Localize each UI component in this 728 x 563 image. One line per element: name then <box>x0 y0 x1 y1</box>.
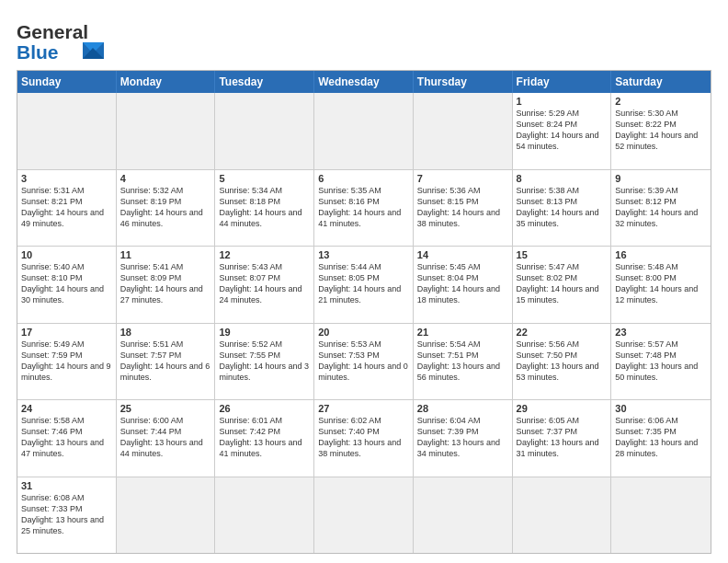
cal-cell: 18Sunrise: 5:51 AMSunset: 7:57 PMDayligh… <box>117 324 216 400</box>
day-number: 12 <box>219 249 310 260</box>
sun-info: Sunrise: 5:35 AMSunset: 8:16 PMDaylight:… <box>318 185 409 230</box>
sun-info: Sunrise: 5:58 AMSunset: 7:46 PMDaylight:… <box>21 415 112 460</box>
cal-cell: 8Sunrise: 5:38 AMSunset: 8:13 PMDaylight… <box>513 170 612 247</box>
cal-cell: 6Sunrise: 5:35 AMSunset: 8:16 PMDaylight… <box>314 170 414 247</box>
day-number: 23 <box>615 327 707 338</box>
cal-cell: 14Sunrise: 5:45 AMSunset: 8:04 PMDayligh… <box>414 247 513 323</box>
sun-info: Sunrise: 5:54 AMSunset: 7:51 PMDaylight:… <box>417 339 508 384</box>
day-number: 31 <box>21 480 112 491</box>
cal-header-friday: Friday <box>513 71 612 93</box>
calendar-header-row: SundayMondayTuesdayWednesdayThursdayFrid… <box>17 71 711 93</box>
cal-cell <box>117 477 216 554</box>
sun-info: Sunrise: 5:52 AMSunset: 7:55 PMDaylight:… <box>219 339 310 384</box>
cal-cell <box>117 93 216 169</box>
sun-info: Sunrise: 5:34 AMSunset: 8:18 PMDaylight:… <box>219 185 310 230</box>
day-number: 8 <box>517 173 608 184</box>
cal-cell <box>513 477 612 554</box>
sun-info: Sunrise: 5:29 AMSunset: 8:24 PMDaylight:… <box>517 108 608 153</box>
sun-info: Sunrise: 6:02 AMSunset: 7:40 PMDaylight:… <box>318 415 409 460</box>
cal-cell: 25Sunrise: 6:00 AMSunset: 7:44 PMDayligh… <box>117 400 216 477</box>
svg-text:Blue: Blue <box>17 41 59 63</box>
day-number: 2 <box>615 96 707 107</box>
cal-cell: 11Sunrise: 5:41 AMSunset: 8:09 PMDayligh… <box>117 247 216 323</box>
cal-cell: 31Sunrise: 6:08 AMSunset: 7:33 PMDayligh… <box>17 477 117 554</box>
cal-cell: 19Sunrise: 5:52 AMSunset: 7:55 PMDayligh… <box>215 324 314 400</box>
day-number: 15 <box>517 249 608 260</box>
day-number: 22 <box>517 327 608 338</box>
cal-header-monday: Monday <box>117 71 216 93</box>
sun-info: Sunrise: 5:40 AMSunset: 8:10 PMDaylight:… <box>21 261 112 306</box>
day-number: 10 <box>21 249 112 260</box>
cal-cell <box>314 93 414 169</box>
sun-info: Sunrise: 5:32 AMSunset: 8:19 PMDaylight:… <box>120 185 211 230</box>
cal-cell: 1Sunrise: 5:29 AMSunset: 8:24 PMDaylight… <box>513 93 612 169</box>
day-number: 1 <box>517 96 608 107</box>
day-number: 30 <box>615 403 707 414</box>
day-number: 9 <box>615 173 707 184</box>
sun-info: Sunrise: 5:41 AMSunset: 8:09 PMDaylight:… <box>120 261 211 306</box>
cal-cell <box>215 477 314 554</box>
sun-info: Sunrise: 5:39 AMSunset: 8:12 PMDaylight:… <box>615 185 707 230</box>
sun-info: Sunrise: 5:30 AMSunset: 8:22 PMDaylight:… <box>615 108 707 153</box>
calendar-body: 1Sunrise: 5:29 AMSunset: 8:24 PMDaylight… <box>17 93 711 553</box>
calendar: SundayMondayTuesdayWednesdayThursdayFrid… <box>17 70 711 554</box>
cal-cell: 9Sunrise: 5:39 AMSunset: 8:12 PMDaylight… <box>611 170 711 247</box>
header: General Blue <box>17 15 711 63</box>
cal-cell <box>414 477 513 554</box>
day-number: 13 <box>318 249 409 260</box>
cal-cell: 7Sunrise: 5:36 AMSunset: 8:15 PMDaylight… <box>414 170 513 247</box>
cal-cell: 20Sunrise: 5:53 AMSunset: 7:53 PMDayligh… <box>314 324 414 400</box>
sun-info: Sunrise: 6:08 AMSunset: 7:33 PMDaylight:… <box>21 492 112 537</box>
cal-cell <box>611 477 711 554</box>
cal-cell: 28Sunrise: 6:04 AMSunset: 7:39 PMDayligh… <box>414 400 513 477</box>
cal-cell: 21Sunrise: 5:54 AMSunset: 7:51 PMDayligh… <box>414 324 513 400</box>
sun-info: Sunrise: 6:01 AMSunset: 7:42 PMDaylight:… <box>219 415 310 460</box>
day-number: 11 <box>120 249 211 260</box>
cal-cell: 13Sunrise: 5:44 AMSunset: 8:05 PMDayligh… <box>314 247 414 323</box>
day-number: 26 <box>219 403 310 414</box>
cal-cell: 17Sunrise: 5:49 AMSunset: 7:59 PMDayligh… <box>17 324 117 400</box>
day-number: 18 <box>120 327 211 338</box>
cal-header-sunday: Sunday <box>17 71 117 93</box>
sun-info: Sunrise: 5:36 AMSunset: 8:15 PMDaylight:… <box>417 185 508 230</box>
cal-cell: 4Sunrise: 5:32 AMSunset: 8:19 PMDaylight… <box>117 170 216 247</box>
cal-cell: 15Sunrise: 5:47 AMSunset: 8:02 PMDayligh… <box>513 247 612 323</box>
cal-week-row-6: 31Sunrise: 6:08 AMSunset: 7:33 PMDayligh… <box>17 477 711 554</box>
cal-header-tuesday: Tuesday <box>215 71 314 93</box>
cal-week-row-1: 1Sunrise: 5:29 AMSunset: 8:24 PMDaylight… <box>17 93 711 169</box>
day-number: 3 <box>21 173 112 184</box>
cal-header-wednesday: Wednesday <box>314 71 414 93</box>
sun-info: Sunrise: 5:53 AMSunset: 7:53 PMDaylight:… <box>318 339 409 384</box>
day-number: 25 <box>120 403 211 414</box>
svg-text:General: General <box>17 21 88 42</box>
sun-info: Sunrise: 6:04 AMSunset: 7:39 PMDaylight:… <box>417 415 508 460</box>
cal-cell: 27Sunrise: 6:02 AMSunset: 7:40 PMDayligh… <box>314 400 414 477</box>
sun-info: Sunrise: 5:43 AMSunset: 8:07 PMDaylight:… <box>219 261 310 306</box>
day-number: 19 <box>219 327 310 338</box>
cal-cell: 22Sunrise: 5:56 AMSunset: 7:50 PMDayligh… <box>513 324 612 400</box>
day-number: 21 <box>417 327 508 338</box>
cal-week-row-2: 3Sunrise: 5:31 AMSunset: 8:21 PMDaylight… <box>17 169 711 247</box>
day-number: 6 <box>318 173 409 184</box>
day-number: 16 <box>615 249 707 260</box>
sun-info: Sunrise: 6:00 AMSunset: 7:44 PMDaylight:… <box>120 415 211 460</box>
cal-cell: 16Sunrise: 5:48 AMSunset: 8:00 PMDayligh… <box>611 247 711 323</box>
logo-svg: General Blue <box>17 15 118 63</box>
cal-cell <box>215 93 314 169</box>
day-number: 14 <box>417 249 508 260</box>
sun-info: Sunrise: 5:56 AMSunset: 7:50 PMDaylight:… <box>517 339 608 384</box>
sun-info: Sunrise: 5:49 AMSunset: 7:59 PMDaylight:… <box>21 339 112 384</box>
cal-cell <box>17 93 117 169</box>
cal-cell: 23Sunrise: 5:57 AMSunset: 7:48 PMDayligh… <box>611 324 711 400</box>
cal-cell: 26Sunrise: 6:01 AMSunset: 7:42 PMDayligh… <box>215 400 314 477</box>
sun-info: Sunrise: 5:38 AMSunset: 8:13 PMDaylight:… <box>517 185 608 230</box>
sun-info: Sunrise: 6:06 AMSunset: 7:35 PMDaylight:… <box>615 415 707 460</box>
cal-week-row-5: 24Sunrise: 5:58 AMSunset: 7:46 PMDayligh… <box>17 399 711 477</box>
sun-info: Sunrise: 5:48 AMSunset: 8:00 PMDaylight:… <box>615 261 707 306</box>
cal-cell: 29Sunrise: 6:05 AMSunset: 7:37 PMDayligh… <box>513 400 612 477</box>
sun-info: Sunrise: 5:44 AMSunset: 8:05 PMDaylight:… <box>318 261 409 306</box>
cal-week-row-4: 17Sunrise: 5:49 AMSunset: 7:59 PMDayligh… <box>17 323 711 400</box>
day-number: 29 <box>517 403 608 414</box>
day-number: 5 <box>219 173 310 184</box>
cal-cell: 10Sunrise: 5:40 AMSunset: 8:10 PMDayligh… <box>17 247 117 323</box>
